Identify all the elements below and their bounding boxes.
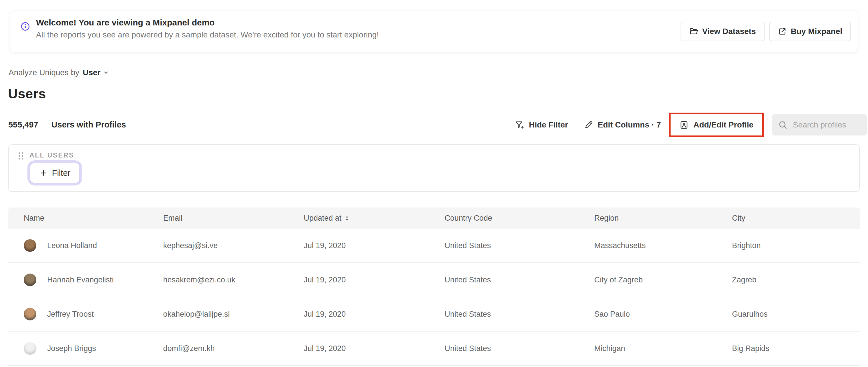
cell-region: Massachusetts <box>594 241 732 250</box>
column-header-region[interactable]: Region <box>594 214 732 223</box>
cell-city: Big Rapids <box>732 344 860 353</box>
table-row[interactable]: Jeffrey Troost okahelop@lalijpe.sl Jul 1… <box>8 297 860 332</box>
cell-country-code: United States <box>444 241 594 250</box>
search-placeholder: Search profiles <box>793 120 846 129</box>
edit-columns-label: Edit Columns · 7 <box>598 120 661 129</box>
add-filter-label: Filter <box>52 169 70 178</box>
table-row[interactable]: Leona Holland kephesaj@si.ve Jul 19, 202… <box>8 229 860 263</box>
avatar <box>24 308 36 320</box>
table-toolbar: Hide Filter Edit Columns · 7 Add/Edit Pr… <box>515 113 867 137</box>
cell-region: Sao Paulo <box>594 310 732 319</box>
cell-updated-at: Jul 19, 2020 <box>304 310 444 319</box>
hide-filter-button[interactable]: Hide Filter <box>515 120 568 130</box>
cell-city: Guarulhos <box>732 310 860 319</box>
column-header-email[interactable]: Email <box>163 214 304 223</box>
welcome-banner: Welcome! You are viewing a Mixpanel demo… <box>10 10 858 52</box>
cell-updated-at: Jul 19, 2020 <box>304 344 444 353</box>
drag-handle-icon[interactable] <box>19 152 23 159</box>
analyze-uniques-row: Analyze Uniques by User <box>8 68 109 77</box>
edit-columns-button[interactable]: Edit Columns · 7 <box>584 120 661 129</box>
cell-updated-at: Jul 19, 2020 <box>304 241 444 250</box>
view-datasets-label: View Datasets <box>702 27 756 36</box>
cell-name: Leona Holland <box>47 241 97 250</box>
column-header-city[interactable]: City <box>732 214 860 223</box>
add-edit-profile-label: Add/Edit Profile <box>693 120 753 129</box>
sort-icon <box>344 215 350 221</box>
cell-name: Joseph Briggs <box>47 344 96 353</box>
hide-filter-label: Hide Filter <box>529 120 568 129</box>
add-edit-profile-button[interactable]: Add/Edit Profile <box>679 120 753 130</box>
cell-name: Jeffrey Troost <box>47 310 94 319</box>
info-icon <box>21 22 30 31</box>
cell-city: Zagreb <box>732 276 860 284</box>
table-header-row: Name Email Updated at Country Code Regio… <box>8 208 860 229</box>
users-table: Name Email Updated at Country Code Regio… <box>8 208 860 366</box>
cell-email: kephesaj@si.ve <box>163 241 304 250</box>
add-filter-button[interactable]: Filter <box>30 163 80 183</box>
all-users-label: ALL USERS <box>29 152 74 159</box>
page-title: Users <box>8 86 46 101</box>
profiles-count-row: 555,497 Users with Profiles <box>8 120 126 129</box>
table-row[interactable]: Joseph Briggs domfi@zem.kh Jul 19, 2020 … <box>8 332 860 366</box>
cell-city: Brighton <box>732 241 860 250</box>
avatar <box>24 274 36 286</box>
pencil-icon <box>584 120 593 129</box>
cell-country-code: United States <box>444 276 594 284</box>
search-profiles-input[interactable]: Search profiles <box>772 114 867 135</box>
column-header-country-code[interactable]: Country Code <box>444 214 594 223</box>
cell-name: Hannah Evangelisti <box>47 276 114 284</box>
add-edit-profile-highlight: Add/Edit Profile <box>669 113 764 137</box>
cell-email: hesakrem@ezi.co.uk <box>163 276 304 284</box>
buy-mixpanel-button[interactable]: Buy Mixpanel <box>769 22 851 41</box>
search-icon <box>778 120 788 130</box>
analyze-uniques-value: User <box>83 68 100 77</box>
cell-email: okahelop@lalijpe.sl <box>163 310 304 319</box>
buy-mixpanel-label: Buy Mixpanel <box>791 27 842 36</box>
analyze-uniques-label: Analyze Uniques by <box>8 68 79 77</box>
column-header-updated-at[interactable]: Updated at <box>304 214 444 223</box>
cell-region: City of Zagreb <box>594 276 732 284</box>
profiles-count-label: Users with Profiles <box>52 120 126 129</box>
profiles-count: 555,497 <box>8 120 38 129</box>
cell-country-code: United States <box>444 344 594 353</box>
view-datasets-button[interactable]: View Datasets <box>681 22 765 41</box>
analyze-uniques-dropdown[interactable]: User <box>83 68 109 77</box>
banner-subtitle: All the reports you see are powered by a… <box>36 30 379 39</box>
column-header-name[interactable]: Name <box>24 214 163 223</box>
cell-updated-at: Jul 19, 2020 <box>304 276 444 284</box>
external-link-icon <box>778 27 787 36</box>
filter-panel: ALL USERS Filter <box>8 144 860 192</box>
cell-email: domfi@zem.kh <box>163 344 304 353</box>
plus-icon <box>39 169 48 177</box>
profile-card-icon <box>679 120 689 130</box>
folder-icon <box>689 27 698 36</box>
table-row[interactable]: Hannah Evangelisti hesakrem@ezi.co.uk Ju… <box>8 263 860 297</box>
avatar <box>24 342 36 355</box>
chevron-down-icon <box>103 69 109 76</box>
table-body: Leona Holland kephesaj@si.ve Jul 19, 202… <box>8 229 860 366</box>
filter-button-focus-ring: Filter <box>30 163 80 183</box>
funnel-plus-icon <box>515 120 524 130</box>
avatar <box>24 239 36 252</box>
banner-title: Welcome! You are viewing a Mixpanel demo <box>36 18 215 27</box>
cell-country-code: United States <box>444 310 594 319</box>
cell-region: Michigan <box>594 344 732 353</box>
